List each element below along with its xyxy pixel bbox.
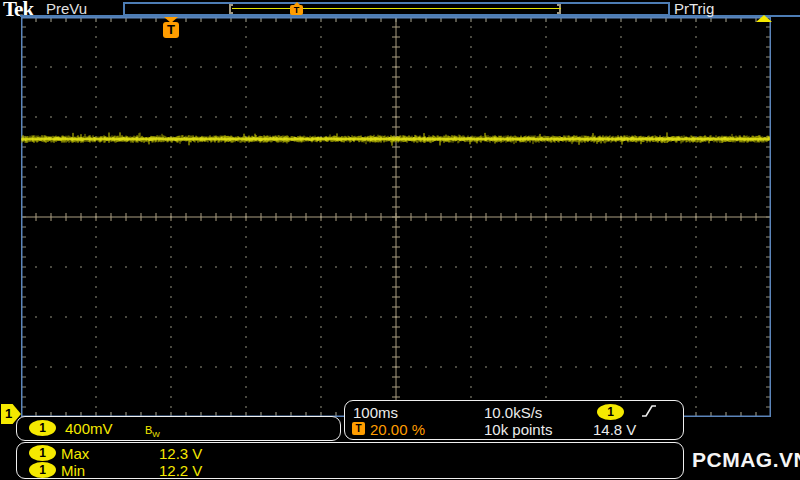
trigger-t-icon: T	[352, 422, 365, 435]
ch1-trace	[21, 17, 771, 417]
record-length: 10k points	[484, 421, 552, 438]
record-trigger-position-marker: T	[290, 2, 304, 16]
oscilloscope-screen: Tek PreVu T PrTrig T 1 1 400mV BW 100ms …	[0, 0, 800, 480]
trigger-source-badge: 1	[597, 404, 624, 420]
graticule	[21, 17, 771, 417]
rising-edge-slope-icon	[641, 404, 658, 419]
record-start-bracket	[229, 4, 233, 14]
record-waveform-line	[232, 8, 561, 9]
trigger-state-label: PrTrig	[674, 0, 714, 17]
channel1-badge: 1	[29, 462, 56, 478]
trigger-t-icon: T	[163, 22, 179, 38]
horizontal-trigger-readout-box: 100ms 10.0kS/s 1 T 20.00 % 10k points 14…	[344, 400, 684, 440]
measurements-box: 1 Max 12.3 V 1 Min 12.2 V	[16, 442, 684, 479]
sample-rate: 10.0kS/s	[484, 404, 542, 421]
trigger-level-offscreen-arrow-icon	[756, 15, 772, 22]
channel1-badge: 1	[29, 445, 56, 461]
channel1-readout-box: 1 400mV BW	[16, 416, 341, 441]
trigger-position-marker: T	[163, 17, 180, 41]
measurement-label: Max	[61, 445, 89, 462]
trigger-position-percent: 20.00 %	[370, 421, 425, 438]
measurement-label: Min	[61, 462, 85, 479]
measurement-value: 12.2 V	[159, 462, 202, 479]
measurement-value: 12.3 V	[159, 445, 202, 462]
bandwidth-limit-icon: BW	[145, 420, 160, 439]
channel1-scale: 400mV	[65, 420, 113, 437]
record-end-bracket	[557, 4, 561, 14]
trigger-t-icon: T	[290, 5, 303, 15]
record-view-bar: T	[123, 2, 670, 16]
channel1-badge: 1	[29, 420, 56, 436]
trigger-level: 14.8 V	[593, 421, 636, 438]
time-per-division: 100ms	[353, 404, 398, 421]
pcmag-watermark: PCMAG.VN	[692, 448, 800, 472]
